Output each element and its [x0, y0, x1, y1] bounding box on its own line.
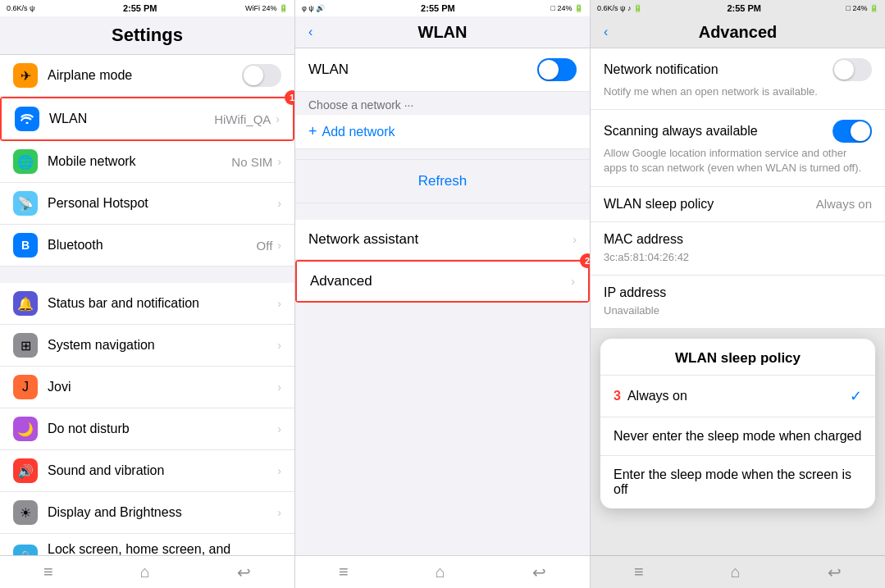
- status-bar-2: φ ψ 🔊 2:55 PM □ 24% 🔋: [295, 0, 590, 16]
- mac-address-value: 3c:a5:81:04:26:42: [604, 250, 872, 265]
- refresh-button[interactable]: Refresh: [295, 159, 590, 203]
- menu-icon-3[interactable]: ≡: [634, 563, 644, 581]
- mobile-icon: 🌐: [13, 149, 38, 174]
- wlan-title: WLAN: [49, 112, 214, 126]
- step-badge-3: 3: [614, 389, 621, 403]
- option-always-on-text: Always on: [627, 389, 850, 403]
- bluetooth-title: Bluetooth: [48, 238, 257, 253]
- hotspot-content: Personal Hotspot: [48, 196, 277, 211]
- menu-icon-2[interactable]: ≡: [339, 563, 349, 581]
- display-chevron: ›: [277, 506, 281, 519]
- dnd-item[interactable]: 🌙 Do not disturb ›: [0, 408, 294, 450]
- wlan-header-inner: ‹ WLAN: [308, 25, 577, 39]
- network-notification-toggle[interactable]: [833, 58, 872, 81]
- back-icon-1[interactable]: ↩: [237, 563, 251, 582]
- bottom-bar-3: ≡ ⌂ ↩: [591, 555, 885, 588]
- lockscreen-item[interactable]: 🔒 Lock screen, home screen, and wallpape…: [0, 534, 294, 555]
- wlan-toggle[interactable]: [537, 58, 577, 81]
- settings-panel: 0.6K/s ψ 2:55 PM WiFi 24% 🔋 Settings ✈ A…: [0, 0, 295, 588]
- statusbar-chevron: ›: [277, 297, 281, 310]
- wlan-header: ‹ WLAN: [295, 16, 590, 48]
- statusbar-content: Status bar and notification: [48, 296, 277, 311]
- airplane-content: Airplane mode: [48, 68, 242, 83]
- mac-address-row: MAC address 3c:a5:81:04:26:42: [591, 222, 885, 276]
- airplane-title: Airplane mode: [48, 68, 242, 83]
- dnd-icon: 🌙: [13, 417, 38, 441]
- airplane-mode-item[interactable]: ✈ Airplane mode: [0, 55, 294, 97]
- choose-network-label: Choose a network ···: [308, 98, 413, 112]
- bluetooth-icon: B: [13, 233, 38, 258]
- home-icon-2[interactable]: ⌂: [436, 563, 445, 581]
- hotspot-icon: 📡: [13, 191, 38, 216]
- wlan-toggle-knob: [539, 60, 559, 80]
- add-network-button[interactable]: + Add network: [295, 115, 590, 149]
- lockscreen-icon: 🔒: [13, 545, 38, 555]
- status-time-2: 2:55 PM: [421, 3, 455, 13]
- home-icon-1[interactable]: ⌂: [140, 563, 150, 581]
- network-assistant-chevron: ›: [573, 233, 577, 246]
- hotspot-item[interactable]: 📡 Personal Hotspot ›: [0, 183, 294, 225]
- status-left-1: 0.6K/s ψ: [7, 4, 34, 12]
- sound-content: Sound and vibration: [48, 463, 277, 478]
- mac-address-title: MAC address: [604, 232, 872, 247]
- wlan-toggle-label: WLAN: [308, 62, 349, 78]
- bluetooth-content: Bluetooth: [48, 238, 257, 253]
- dialog-option-never-sleep[interactable]: Never enter the sleep mode when charged: [600, 417, 875, 456]
- advanced-item[interactable]: Advanced ›: [297, 262, 588, 301]
- home-icon-3[interactable]: ⌂: [731, 563, 741, 581]
- scanning-knob: [851, 121, 870, 141]
- ip-address-value: Unavailable: [604, 303, 872, 318]
- jovi-title: Jovi: [48, 380, 277, 394]
- airplane-toggle[interactable]: [242, 64, 281, 87]
- bluetooth-chevron: ›: [277, 239, 281, 252]
- display-title: Display and Brightness: [48, 505, 277, 520]
- dnd-chevron: ›: [277, 422, 281, 435]
- advanced-highlight-box: Advanced › 2: [295, 260, 590, 303]
- wlan-toggle-row: WLAN: [295, 48, 590, 92]
- network-notification-sub: Notify me when an open network is availa…: [604, 84, 872, 99]
- wlan-highlight-box: WLAN HiWifi_QA › 1: [0, 97, 294, 141]
- dialog-option-always-on[interactable]: 3 Always on ✓: [600, 376, 875, 417]
- sysnav-title: System navigation: [48, 338, 277, 353]
- scanning-toggle[interactable]: [833, 120, 872, 143]
- wlan-item[interactable]: WLAN HiWifi_QA ›: [2, 98, 293, 139]
- airplane-toggle-knob: [244, 66, 263, 85]
- bottom-bar-1: ≡ ⌂ ↩: [0, 555, 294, 588]
- jovi-item[interactable]: J Jovi ›: [0, 367, 294, 408]
- lockscreen-content: Lock screen, home screen, and wallpaper: [48, 542, 277, 555]
- airplane-icon: ✈: [13, 63, 38, 88]
- mobile-network-item[interactable]: 🌐 Mobile network No SIM ›: [0, 141, 294, 183]
- lockscreen-chevron: ›: [277, 550, 281, 555]
- display-icon: ☀: [13, 500, 38, 525]
- settings-list: ✈ Airplane mode WLAN HiWifi_QA ›: [0, 55, 294, 555]
- bluetooth-item[interactable]: B Bluetooth Off ›: [0, 225, 294, 267]
- advanced-back-button[interactable]: ‹: [604, 25, 608, 39]
- lockscreen-title: Lock screen, home screen, and wallpaper: [48, 542, 277, 555]
- advanced-panel: 0.6K/s ψ ♪ 🔋 2:55 PM □ 24% 🔋 ‹ Advanced …: [591, 0, 885, 588]
- statusbar-item[interactable]: 🔔 Status bar and notification ›: [0, 283, 294, 325]
- sleep-policy-row[interactable]: WLAN sleep policy Always on: [591, 187, 885, 222]
- status-right-1: WiFi 24% 🔋: [245, 4, 288, 12]
- dialog-option-sleep-screen[interactable]: Enter the sleep mode when the screen is …: [600, 456, 875, 508]
- sysnav-item[interactable]: ⊞ System navigation ›: [0, 325, 294, 367]
- status-time-3: 2:55 PM: [727, 3, 761, 13]
- jovi-content: Jovi: [48, 380, 277, 394]
- status-left-3: 0.6K/s ψ ♪ 🔋: [597, 4, 642, 12]
- sleep-policy-dialog: WLAN sleep policy 3 Always on ✓ Never en…: [600, 339, 875, 508]
- advanced-header: ‹ Advanced: [591, 16, 885, 48]
- mobile-content: Mobile network: [48, 154, 231, 169]
- network-assistant-item[interactable]: Network assistant ›: [295, 220, 590, 260]
- wlan-nav-section: Network assistant › Advanced › 2: [295, 220, 590, 303]
- option-sleep-screen-text: Enter the sleep mode when the screen is …: [614, 467, 862, 497]
- display-item[interactable]: ☀ Display and Brightness ›: [0, 492, 294, 534]
- back-icon-3[interactable]: ↩: [828, 563, 842, 582]
- menu-icon-1[interactable]: ≡: [43, 563, 53, 581]
- sleep-policy-main: WLAN sleep policy Always on: [604, 197, 872, 212]
- sound-item[interactable]: 🔊 Sound and vibration ›: [0, 450, 294, 492]
- section-gap-1: [0, 267, 294, 283]
- scanning-title: Scanning always available: [604, 124, 758, 139]
- network-notification-row: Network notification Notify me when an o…: [591, 48, 885, 110]
- wlan-back-button[interactable]: ‹: [308, 25, 312, 39]
- back-icon-2[interactable]: ↩: [532, 563, 546, 582]
- network-notification-main: Network notification: [604, 58, 872, 81]
